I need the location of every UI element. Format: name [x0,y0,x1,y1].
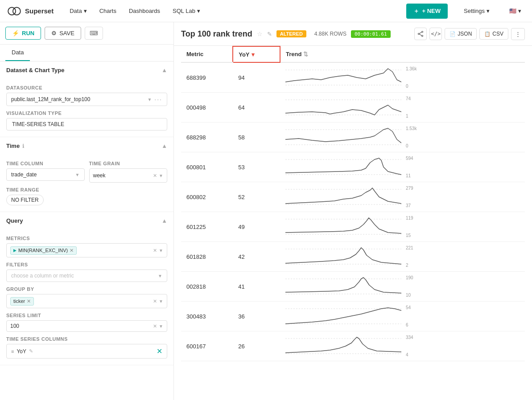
code-icon[interactable]: </> [429,28,442,40]
trend-labels: 546 [406,305,411,327]
nav-sqllab[interactable]: SQL Lab ▾ [167,5,206,17]
new-button[interactable]: ＋ + NEW [406,4,448,19]
sort-yoy-button[interactable]: YoY ▾ [239,51,254,58]
trend-min-label: 6 [406,322,411,327]
dataset-chart-body: DATASOURCE public.last_12M_rank_for_top1… [0,79,173,137]
nav-charts[interactable]: Charts [94,5,122,17]
time-grain-select[interactable]: week ✕ ▼ [89,168,168,183]
table-row: 0028184119010 [181,272,525,302]
panel-tabs: Data [0,45,173,61]
keyboard-icon: ⌨ [90,30,98,37]
time-column-select[interactable]: trade_date ▼ [6,168,85,181]
time-section-header[interactable]: Time ℹ ▲ [0,137,173,155]
chevron-down-icon: ▼ [159,299,163,304]
run-button[interactable]: ⚡ RUN [5,27,41,40]
nav-data[interactable]: Data ▾ [64,5,92,17]
language-selector[interactable]: 🇺🇸 ▾ [506,5,525,17]
sort-desc-icon: ▾ [252,51,255,58]
left-content: Dataset & Chart Type ▲ DATASOURCE public… [0,61,173,400]
table-row: 6008025227937 [181,182,525,212]
table-row: 00049864741 [181,93,525,122]
svg-point-2 [422,31,423,33]
series-limit-input[interactable]: 100 ✕ ▼ [6,320,167,332]
metrics-input[interactable]: ▶ MIN(RANK_EXC_INV) ✕ ✕ ▼ [6,243,167,257]
play-icon: ▶ [13,248,16,253]
cell-yoy: 64 [233,93,280,122]
trend-min-label: 11 [406,173,413,178]
trend-labels: 3344 [406,335,413,357]
cell-trend: 27937 [280,182,525,212]
json-button[interactable]: 📄 JSON [445,28,477,40]
logo[interactable]: Superset [7,7,54,16]
collapse-icon: ▲ [161,67,167,73]
cell-metric: 002818 [181,272,233,302]
edit-icon[interactable]: ✎ [29,348,33,354]
col-metric: Metric [181,46,233,62]
svg-line-5 [420,32,422,33]
dataset-chart-header[interactable]: Dataset & Chart Type ▲ [0,61,173,79]
chevron-down-icon: ▼ [159,324,163,329]
gear-icon: ⚙ [51,30,57,37]
clear-icon[interactable]: ✕ [153,323,157,329]
save-button[interactable]: ⚙ SAVE [45,27,81,40]
chevron-down-icon: ▾ [197,8,200,14]
table-row: 6012254911915 [181,212,525,242]
datasource-options-icon[interactable]: ··· [154,96,162,103]
share-icon[interactable] [414,28,427,40]
table-row: 30048336546 [181,302,525,331]
group-by-tag: ticker ✕ [10,297,34,306]
tag-remove-icon[interactable]: ✕ [70,248,74,253]
trend-labels: 2212 [406,245,413,268]
datasource-select[interactable]: public.last_12M_rank_for_top100 ▼ ··· [6,93,167,106]
sort-trend-button[interactable]: Trend ⇅ [286,51,308,57]
svg-line-6 [420,34,422,36]
chevron-down-icon: ▼ [75,172,80,177]
query-section-header[interactable]: Query ▲ [0,212,173,229]
trend-labels: 741 [406,96,411,118]
col-yoy[interactable]: YoY ▾ [233,46,280,62]
clear-icon[interactable]: ✕ [153,248,157,253]
tag-remove-icon[interactable]: ✕ [27,298,31,304]
star-icon[interactable]: ☆ [257,30,263,37]
more-options-button[interactable]: ⋮ [511,28,525,40]
trend-labels: 1.53k0 [406,126,417,148]
clear-icon[interactable]: ✕ [153,173,157,179]
topnav: Superset Data ▾ Charts Dashboards SQL La… [0,0,532,22]
time-series-item: ≡ YoY ✎ ✕ [6,344,167,359]
cell-metric: 000498 [181,93,233,122]
group-by-input[interactable]: ticker ✕ ✕ ▼ [6,294,167,308]
time-range-badge[interactable]: NO FILTER [6,195,44,205]
keyboard-button[interactable]: ⌨ [85,27,103,40]
edit-icon[interactable]: ✎ [267,31,272,37]
visualization-type-button[interactable]: TIME-SERIES TABLE [6,118,167,131]
collapse-icon: ▲ [161,217,167,224]
ts-remove-icon[interactable]: ✕ [157,347,162,355]
sparkline-chart [285,275,401,298]
cell-yoy: 36 [233,302,280,331]
dataset-chart-section: Dataset & Chart Type ▲ DATASOURCE public… [0,61,173,137]
right-panel: Top 100 rank trend ☆ ✎ ALTERED 4.88K ROW… [174,22,532,400]
cell-trend: 741 [280,93,525,122]
tab-data[interactable]: Data [5,45,30,61]
trend-max-label: 594 [406,156,413,161]
cell-metric: 601828 [181,242,233,272]
query-section: Query ▲ METRICS ▶ MIN(RANK_EXC_INV) ✕ ✕ … [0,212,173,365]
sort-icon: ⇅ [303,51,308,57]
csv-icon: 📋 [484,31,491,37]
trend-labels: 1.36k0 [406,66,417,89]
clear-icon[interactable]: ✕ [153,298,157,304]
trend-max-label: 279 [406,186,413,191]
trend-labels: 27937 [406,186,413,208]
csv-button[interactable]: 📋 CSV [479,28,508,40]
col-trend[interactable]: Trend ⇅ [280,46,525,62]
sparkline-chart [285,156,401,178]
settings-menu[interactable]: Settings ▾ [458,5,495,17]
svg-point-4 [418,33,420,35]
toolbar: ⚡ RUN ⚙ SAVE ⌨ [0,22,173,45]
table-row: 601828422212 [181,242,525,272]
chevron-down-icon: ▾ [487,8,490,14]
cell-yoy: 41 [233,272,280,302]
nav-dashboards[interactable]: Dashboards [124,5,165,17]
filters-input[interactable]: choose a column or metric ▼ [6,269,167,282]
trend-min-label: 0 [406,84,417,89]
